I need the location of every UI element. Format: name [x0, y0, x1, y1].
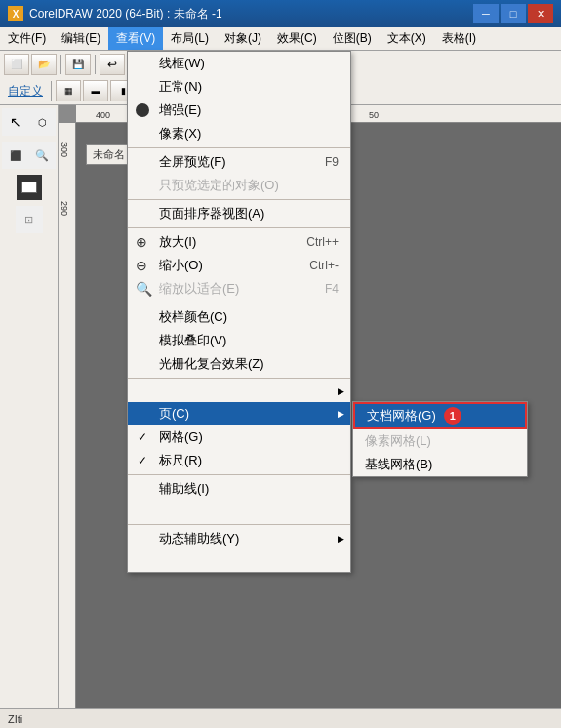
view-menu: 线框(W) 正常(N) 增强(E) 像素(X) 全屏预览(F) F9 只预览选定… [127, 51, 351, 573]
menu-text[interactable]: 文本(X) [380, 27, 434, 50]
menu-wireframe-label: 线框(W) [159, 55, 205, 72]
title-text: CorelDRAW 2020 (64-Bit) : 未命名 -1 [29, 6, 222, 22]
menu-layout[interactable]: 布局(L) [163, 27, 217, 50]
enhanced-bullet [136, 103, 149, 117]
menu-selected-only-label: 只预览选定的对象(O) [159, 177, 279, 194]
zoom-out-shortcut: Ctrl+- [290, 259, 339, 272]
zoom-out-icon: ⊖ [136, 258, 147, 273]
menu-raster-effect-label: 光栅化复合效果(Z) [159, 355, 264, 373]
submenu-pixel-grid[interactable]: 像素网格(L) [353, 429, 527, 453]
menu-snap-off[interactable] [128, 550, 350, 572]
menu-object[interactable]: 对象(J) [217, 27, 269, 50]
menu-simulate-print-label: 模拟叠印(V) [159, 332, 226, 349]
doc-grid-label: 文档网格(G) [367, 407, 436, 425]
menu-enhanced[interactable]: 增强(E) [128, 99, 350, 122]
menu-pixel[interactable]: 像素(X) [128, 122, 350, 145]
menu-zoom-fit-label: 缩放以适合(E) [159, 280, 239, 298]
menu-wireframe[interactable]: 线框(W) [128, 52, 350, 75]
maximize-button[interactable]: □ [501, 4, 526, 23]
title-bar: X CorelDRAW 2020 (64-Bit) : 未命名 -1 ─ □ ✕ [0, 0, 561, 27]
menu-enhanced-label: 增强(E) [159, 101, 201, 119]
minimize-button[interactable]: ─ [473, 4, 499, 23]
app-icon: X [8, 6, 23, 21]
status-text: ZIti [8, 713, 22, 725]
menu-file[interactable]: 文件(F) [0, 27, 54, 50]
zoom-fit-shortcut: F4 [305, 282, 339, 296]
guideline-check: ✓ [138, 454, 147, 467]
menu-zoom-out[interactable]: ⊖ 缩小(O) Ctrl+- [128, 254, 350, 277]
menu-color-proof[interactable]: 校样颜色(C) [128, 305, 350, 329]
menu-dynamic-guide[interactable] [128, 501, 350, 522]
menu-zoom-in[interactable]: ⊕ 放大(I) Ctrl++ [128, 230, 350, 254]
menu-color-proof-label: 校样颜色(C) [159, 308, 227, 326]
grid-submenu: 文档网格(G) 1 像素网格(L) 基线网格(B) [352, 401, 528, 477]
status-bar: ZIti [0, 708, 561, 728]
doc-grid-badge: 1 [444, 407, 461, 425]
menu-guideline-label: 标尺(R) [159, 452, 202, 469]
submenu-doc-grid[interactable]: 文档网格(G) 1 [353, 402, 527, 429]
menu-grid[interactable]: 页(C) 文档网格(G) 1 像素网格(L) 基线网格(B) [128, 402, 350, 425]
menu-grid-label: 页(C) [159, 405, 189, 423]
menu-zoom-fit[interactable]: 🔍 缩放以适合(E) F4 [128, 277, 350, 301]
zoom-in-shortcut: Ctrl++ [287, 235, 339, 249]
menu-edit[interactable]: 编辑(E) [54, 27, 108, 50]
menu-page[interactable] [128, 381, 350, 402]
divider-2 [128, 199, 350, 200]
menu-pixel-label: 像素(X) [159, 125, 201, 142]
zoom-fit-icon: 🔍 [136, 281, 152, 297]
menu-align-guide[interactable]: 辅助线(I) [128, 477, 350, 501]
menu-guideline[interactable]: ✓ 标尺(R) [128, 449, 350, 472]
divider-5 [128, 378, 350, 379]
menu-align-guide-label: 辅助线(I) [159, 480, 209, 498]
menu-simulate-print[interactable]: 模拟叠印(V) [128, 329, 350, 352]
menu-raster-effect[interactable]: 光栅化复合效果(Z) [128, 352, 350, 376]
menu-fullscreen-label: 全屏预览(F) [159, 153, 226, 171]
pixel-grid-label: 像素网格(L) [365, 432, 431, 450]
dropdown-overlay: 线框(W) 正常(N) 增强(E) 像素(X) 全屏预览(F) F9 只预览选定… [0, 51, 561, 728]
menu-view[interactable]: 查看(V) [108, 27, 163, 50]
menu-bar: 文件(F) 编辑(E) 查看(V) 布局(L) 对象(J) 效果(C) 位图(B… [0, 27, 561, 51]
menu-page-sort-label: 页面排序器视图(A) [159, 205, 264, 222]
menu-ruler-label: 网格(G) [159, 428, 203, 446]
menu-snap[interactable]: 动态辅助线(Y) [128, 527, 350, 550]
menu-ruler[interactable]: ✓ 网格(G) [128, 425, 350, 449]
divider-7 [128, 524, 350, 525]
menu-normal[interactable]: 正常(N) [128, 75, 350, 99]
divider-1 [128, 147, 350, 148]
menu-zoom-out-label: 缩小(O) [159, 257, 203, 274]
ruler-check: ✓ [138, 430, 147, 444]
menu-effect[interactable]: 效果(C) [269, 27, 325, 50]
divider-3 [128, 227, 350, 228]
menu-fullscreen[interactable]: 全屏预览(F) F9 [128, 150, 350, 174]
divider-4 [128, 303, 350, 303]
menu-table[interactable]: 表格(I) [434, 27, 484, 50]
menu-selected-only[interactable]: 只预览选定的对象(O) [128, 174, 350, 197]
baseline-grid-label: 基线网格(B) [365, 456, 432, 473]
zoom-in-icon: ⊕ [136, 234, 147, 250]
submenu-baseline-grid[interactable]: 基线网格(B) [353, 453, 527, 476]
menu-page-sort[interactable]: 页面排序器视图(A) [128, 202, 350, 225]
menu-normal-label: 正常(N) [159, 78, 202, 96]
fullscreen-shortcut: F9 [305, 155, 339, 169]
menu-zoom-in-label: 放大(I) [159, 233, 196, 251]
menu-bitmap[interactable]: 位图(B) [325, 27, 380, 50]
menu-snap-label: 动态辅助线(Y) [159, 530, 239, 547]
close-button[interactable]: ✕ [528, 4, 553, 23]
divider-6 [128, 474, 350, 475]
window-controls: ─ □ ✕ [473, 4, 553, 23]
